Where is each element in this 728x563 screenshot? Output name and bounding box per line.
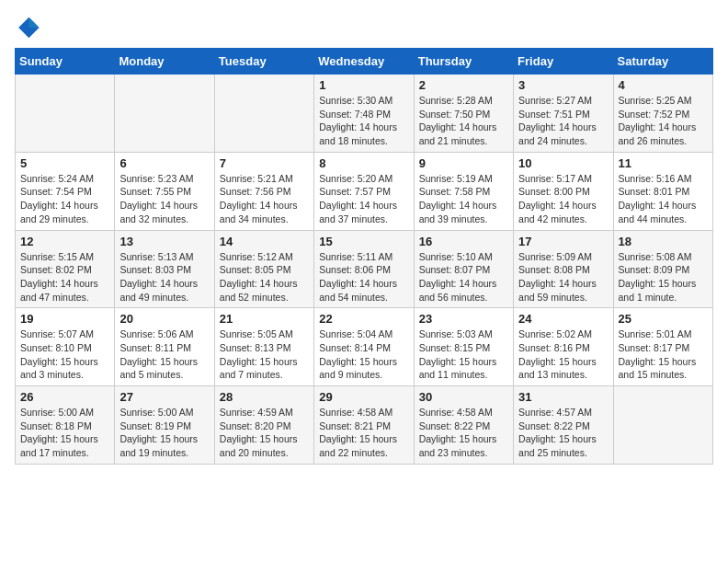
day-number: 21: [220, 312, 309, 326]
calendar-cell: 29Sunrise: 4:58 AM Sunset: 8:21 PM Dayli…: [314, 386, 414, 465]
day-info: Sunrise: 5:28 AM Sunset: 7:50 PM Dayligh…: [419, 94, 508, 148]
day-number: 24: [518, 312, 608, 326]
day-info: Sunrise: 5:13 AM Sunset: 8:03 PM Dayligh…: [119, 250, 209, 304]
calendar-cell: 22Sunrise: 5:04 AM Sunset: 8:14 PM Dayli…: [314, 308, 414, 386]
calendar-cell: 14Sunrise: 5:12 AM Sunset: 8:05 PM Dayli…: [214, 230, 313, 308]
day-info: Sunrise: 5:02 AM Sunset: 8:16 PM Dayligh…: [518, 327, 608, 382]
day-number: 18: [619, 235, 708, 248]
day-number: 25: [619, 312, 708, 326]
day-info: Sunrise: 5:03 AM Sunset: 8:15 PM Dayligh…: [419, 327, 508, 382]
calendar-cell: 3Sunrise: 5:27 AM Sunset: 7:51 PM Daylig…: [514, 75, 613, 153]
day-number: 27: [119, 390, 209, 404]
calendar-cell: 12Sunrise: 5:15 AM Sunset: 8:02 PM Dayli…: [16, 230, 115, 308]
day-number: 9: [419, 156, 508, 170]
calendar-cell: [214, 75, 313, 153]
svg-marker-1: [28, 17, 39, 28]
day-info: Sunrise: 5:11 AM Sunset: 8:06 PM Dayligh…: [319, 250, 408, 304]
day-info: Sunrise: 5:24 AM Sunset: 7:54 PM Dayligh…: [20, 172, 109, 226]
day-info: Sunrise: 4:59 AM Sunset: 8:20 PM Dayligh…: [220, 406, 309, 460]
day-number: 6: [119, 156, 209, 170]
day-info: Sunrise: 5:04 AM Sunset: 8:14 PM Dayligh…: [319, 327, 408, 382]
day-info: Sunrise: 5:10 AM Sunset: 8:07 PM Dayligh…: [419, 250, 508, 304]
day-number: 4: [619, 78, 708, 92]
calendar-cell: 18Sunrise: 5:08 AM Sunset: 8:09 PM Dayli…: [613, 230, 712, 308]
day-number: 8: [319, 156, 408, 170]
day-info: Sunrise: 4:58 AM Sunset: 8:21 PM Dayligh…: [319, 406, 408, 460]
day-number: 14: [220, 235, 309, 248]
calendar-cell: 26Sunrise: 5:00 AM Sunset: 8:18 PM Dayli…: [16, 386, 115, 465]
day-info: Sunrise: 5:25 AM Sunset: 7:52 PM Dayligh…: [619, 94, 708, 148]
day-info: Sunrise: 5:07 AM Sunset: 8:10 PM Dayligh…: [20, 327, 109, 382]
col-header-friday: Friday: [514, 49, 613, 75]
calendar-cell: 4Sunrise: 5:25 AM Sunset: 7:52 PM Daylig…: [613, 75, 712, 153]
day-info: Sunrise: 5:23 AM Sunset: 7:55 PM Dayligh…: [119, 172, 209, 226]
calendar-week-row: 19Sunrise: 5:07 AM Sunset: 8:10 PM Dayli…: [16, 308, 713, 386]
calendar-cell: [115, 75, 214, 153]
day-number: 17: [518, 235, 608, 248]
calendar-cell: 31Sunrise: 4:57 AM Sunset: 8:22 PM Dayli…: [514, 386, 613, 465]
day-info: Sunrise: 5:08 AM Sunset: 8:09 PM Dayligh…: [619, 250, 708, 304]
day-info: Sunrise: 5:00 AM Sunset: 8:19 PM Dayligh…: [119, 406, 209, 460]
calendar-cell: [16, 75, 115, 153]
col-header-thursday: Thursday: [414, 49, 513, 75]
calendar-cell: [613, 386, 712, 465]
calendar-cell: 8Sunrise: 5:20 AM Sunset: 7:57 PM Daylig…: [314, 152, 414, 230]
day-info: Sunrise: 5:17 AM Sunset: 8:00 PM Dayligh…: [518, 172, 608, 226]
col-header-wednesday: Wednesday: [314, 49, 414, 75]
day-info: Sunrise: 5:00 AM Sunset: 8:18 PM Dayligh…: [20, 406, 109, 460]
calendar-cell: 28Sunrise: 4:59 AM Sunset: 8:20 PM Dayli…: [214, 386, 313, 465]
day-number: 29: [319, 390, 408, 404]
day-number: 7: [220, 156, 309, 170]
day-number: 1: [319, 78, 408, 92]
calendar-week-row: 26Sunrise: 5:00 AM Sunset: 8:18 PM Dayli…: [16, 386, 713, 465]
day-number: 11: [619, 156, 708, 170]
logo: [15, 15, 42, 40]
day-number: 15: [319, 235, 408, 248]
calendar-cell: 30Sunrise: 4:58 AM Sunset: 8:22 PM Dayli…: [414, 386, 513, 465]
col-header-monday: Monday: [115, 49, 214, 75]
day-info: Sunrise: 5:01 AM Sunset: 8:17 PM Dayligh…: [619, 327, 708, 382]
day-info: Sunrise: 4:57 AM Sunset: 8:22 PM Dayligh…: [518, 406, 608, 460]
calendar-header-row: SundayMondayTuesdayWednesdayThursdayFrid…: [16, 49, 713, 75]
col-header-tuesday: Tuesday: [214, 49, 313, 75]
day-info: Sunrise: 5:27 AM Sunset: 7:51 PM Dayligh…: [518, 94, 608, 148]
day-number: 5: [20, 156, 109, 170]
day-number: 10: [518, 156, 608, 170]
calendar-cell: 1Sunrise: 5:30 AM Sunset: 7:48 PM Daylig…: [314, 75, 414, 153]
day-number: 12: [20, 235, 109, 248]
calendar-cell: 6Sunrise: 5:23 AM Sunset: 7:55 PM Daylig…: [115, 152, 214, 230]
calendar-cell: 13Sunrise: 5:13 AM Sunset: 8:03 PM Dayli…: [115, 230, 214, 308]
day-number: 30: [419, 390, 508, 404]
col-header-saturday: Saturday: [613, 49, 712, 75]
day-info: Sunrise: 5:15 AM Sunset: 8:02 PM Dayligh…: [20, 250, 109, 304]
day-number: 2: [419, 78, 508, 92]
calendar-cell: 21Sunrise: 5:05 AM Sunset: 8:13 PM Dayli…: [214, 308, 313, 386]
day-info: Sunrise: 5:20 AM Sunset: 7:57 PM Dayligh…: [319, 172, 408, 226]
page-header: [15, 15, 713, 40]
day-info: Sunrise: 5:30 AM Sunset: 7:48 PM Dayligh…: [319, 94, 408, 148]
day-number: 19: [20, 312, 109, 326]
calendar-week-row: 5Sunrise: 5:24 AM Sunset: 7:54 PM Daylig…: [16, 152, 713, 230]
day-number: 13: [119, 235, 209, 248]
day-number: 3: [518, 78, 608, 92]
col-header-sunday: Sunday: [16, 49, 115, 75]
calendar-week-row: 1Sunrise: 5:30 AM Sunset: 7:48 PM Daylig…: [16, 75, 713, 153]
calendar-cell: 5Sunrise: 5:24 AM Sunset: 7:54 PM Daylig…: [16, 152, 115, 230]
calendar-cell: 10Sunrise: 5:17 AM Sunset: 8:00 PM Dayli…: [514, 152, 613, 230]
day-info: Sunrise: 4:58 AM Sunset: 8:22 PM Dayligh…: [419, 406, 508, 460]
day-number: 23: [419, 312, 508, 326]
day-number: 28: [220, 390, 309, 404]
calendar-cell: 16Sunrise: 5:10 AM Sunset: 8:07 PM Dayli…: [414, 230, 513, 308]
day-number: 31: [518, 390, 608, 404]
day-info: Sunrise: 5:06 AM Sunset: 8:11 PM Dayligh…: [119, 327, 209, 382]
calendar-cell: 15Sunrise: 5:11 AM Sunset: 8:06 PM Dayli…: [314, 230, 414, 308]
calendar-week-row: 12Sunrise: 5:15 AM Sunset: 8:02 PM Dayli…: [16, 230, 713, 308]
calendar-cell: 24Sunrise: 5:02 AM Sunset: 8:16 PM Dayli…: [514, 308, 613, 386]
day-info: Sunrise: 5:19 AM Sunset: 7:58 PM Dayligh…: [419, 172, 508, 226]
day-info: Sunrise: 5:16 AM Sunset: 8:01 PM Dayligh…: [619, 172, 708, 226]
calendar-cell: 23Sunrise: 5:03 AM Sunset: 8:15 PM Dayli…: [414, 308, 513, 386]
day-number: 22: [319, 312, 408, 326]
calendar-cell: 20Sunrise: 5:06 AM Sunset: 8:11 PM Dayli…: [115, 308, 214, 386]
calendar-cell: 27Sunrise: 5:00 AM Sunset: 8:19 PM Dayli…: [115, 386, 214, 465]
calendar-cell: 25Sunrise: 5:01 AM Sunset: 8:17 PM Dayli…: [613, 308, 712, 386]
